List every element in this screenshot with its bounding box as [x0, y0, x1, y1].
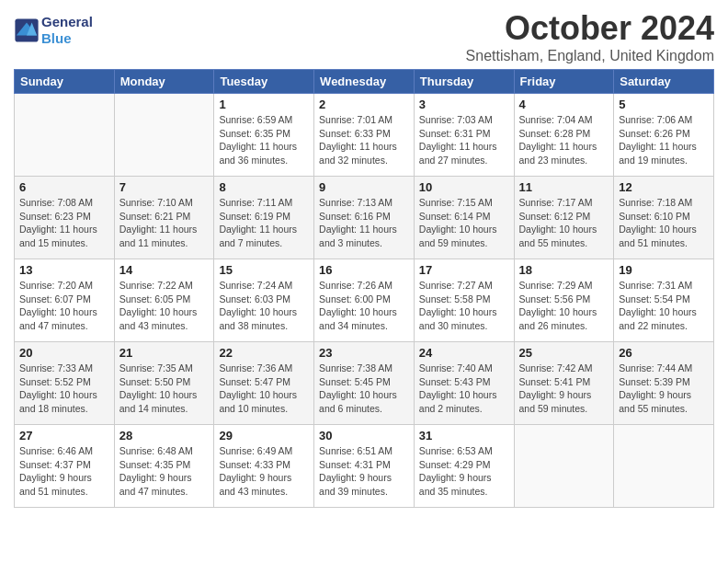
day-info: Sunrise: 7:31 AM Sunset: 5:54 PM Dayligh…	[619, 279, 709, 333]
calendar-week-row: 13Sunrise: 7:20 AM Sunset: 6:07 PM Dayli…	[15, 259, 714, 342]
day-info: Sunrise: 7:26 AM Sunset: 6:00 PM Dayligh…	[319, 279, 409, 333]
calendar-week-row: 6Sunrise: 7:08 AM Sunset: 6:23 PM Daylig…	[15, 177, 714, 259]
day-number: 2	[319, 98, 409, 111]
day-info: Sunrise: 6:46 AM Sunset: 4:37 PM Dayligh…	[19, 444, 109, 499]
table-cell: 23Sunrise: 7:38 AM Sunset: 5:45 PM Dayli…	[314, 342, 415, 425]
day-info: Sunrise: 7:03 AM Sunset: 6:31 PM Dayligh…	[419, 113, 509, 167]
calendar-week-row: 27Sunrise: 6:46 AM Sunset: 4:37 PM Dayli…	[15, 425, 714, 508]
table-cell	[514, 425, 614, 508]
table-cell: 17Sunrise: 7:27 AM Sunset: 5:58 PM Dayli…	[414, 259, 514, 342]
day-info: Sunrise: 7:35 AM Sunset: 5:50 PM Dayligh…	[119, 362, 210, 416]
day-info: Sunrise: 7:33 AM Sunset: 5:52 PM Dayligh…	[19, 362, 109, 416]
day-info: Sunrise: 7:08 AM Sunset: 6:23 PM Dayligh…	[19, 196, 109, 250]
day-number: 12	[619, 180, 709, 194]
day-info: Sunrise: 7:15 AM Sunset: 6:14 PM Dayligh…	[419, 196, 509, 250]
day-info: Sunrise: 7:11 AM Sunset: 6:19 PM Dayligh…	[219, 196, 309, 250]
day-number: 23	[319, 346, 409, 360]
day-number: 20	[19, 346, 109, 360]
page: General Blue October 2024 Snettisham, En…	[0, 0, 728, 563]
day-info: Sunrise: 6:48 AM Sunset: 4:35 PM Dayligh…	[119, 444, 210, 499]
table-cell: 13Sunrise: 7:20 AM Sunset: 6:07 PM Dayli…	[15, 259, 115, 342]
day-number: 29	[219, 429, 309, 442]
col-wednesday: Wednesday	[314, 70, 415, 94]
table-cell: 6Sunrise: 7:08 AM Sunset: 6:23 PM Daylig…	[15, 177, 115, 259]
table-cell: 15Sunrise: 7:24 AM Sunset: 6:03 PM Dayli…	[214, 259, 314, 342]
col-monday: Monday	[114, 70, 214, 94]
table-cell: 14Sunrise: 7:22 AM Sunset: 6:05 PM Dayli…	[114, 259, 214, 342]
day-info: Sunrise: 6:49 AM Sunset: 4:33 PM Dayligh…	[219, 444, 309, 499]
day-number: 10	[419, 180, 509, 194]
table-cell: 29Sunrise: 6:49 AM Sunset: 4:33 PM Dayli…	[214, 425, 314, 508]
logo-text: General Blue	[41, 14, 93, 47]
day-info: Sunrise: 7:17 AM Sunset: 6:12 PM Dayligh…	[519, 196, 609, 250]
table-cell: 16Sunrise: 7:26 AM Sunset: 6:00 PM Dayli…	[314, 259, 415, 342]
day-number: 9	[319, 180, 409, 194]
day-number: 4	[519, 98, 609, 111]
day-info: Sunrise: 7:01 AM Sunset: 6:33 PM Dayligh…	[319, 113, 409, 167]
calendar-week-row: 1Sunrise: 6:59 AM Sunset: 6:35 PM Daylig…	[15, 94, 714, 177]
day-number: 17	[419, 263, 509, 277]
day-number: 25	[519, 346, 609, 360]
col-thursday: Thursday	[414, 70, 514, 94]
table-cell: 2Sunrise: 7:01 AM Sunset: 6:33 PM Daylig…	[314, 94, 415, 177]
header-row: Sunday Monday Tuesday Wednesday Thursday…	[15, 70, 714, 94]
col-sunday: Sunday	[15, 70, 115, 94]
day-info: Sunrise: 7:18 AM Sunset: 6:10 PM Dayligh…	[619, 196, 709, 250]
day-number: 16	[319, 263, 409, 277]
day-info: Sunrise: 7:40 AM Sunset: 5:43 PM Dayligh…	[419, 362, 509, 416]
day-number: 26	[619, 346, 709, 360]
table-cell: 19Sunrise: 7:31 AM Sunset: 5:54 PM Dayli…	[614, 259, 714, 342]
month-title: October 2024	[466, 9, 714, 48]
day-info: Sunrise: 6:59 AM Sunset: 6:35 PM Dayligh…	[219, 113, 309, 167]
day-info: Sunrise: 7:20 AM Sunset: 6:07 PM Dayligh…	[19, 279, 109, 333]
day-number: 7	[119, 180, 210, 194]
table-cell: 30Sunrise: 6:51 AM Sunset: 4:31 PM Dayli…	[314, 425, 415, 508]
day-number: 31	[419, 429, 509, 442]
day-info: Sunrise: 7:27 AM Sunset: 5:58 PM Dayligh…	[419, 279, 509, 333]
table-cell: 5Sunrise: 7:06 AM Sunset: 6:26 PM Daylig…	[614, 94, 714, 177]
table-cell: 24Sunrise: 7:40 AM Sunset: 5:43 PM Dayli…	[414, 342, 514, 425]
day-number: 15	[219, 263, 309, 277]
table-cell: 25Sunrise: 7:42 AM Sunset: 5:41 PM Dayli…	[514, 342, 614, 425]
title-block: October 2024 Snettisham, England, United…	[466, 9, 714, 64]
header: General Blue October 2024 Snettisham, En…	[14, 9, 714, 64]
location: Snettisham, England, United Kingdom	[466, 48, 714, 64]
logo-icon	[14, 17, 40, 43]
table-cell: 12Sunrise: 7:18 AM Sunset: 6:10 PM Dayli…	[614, 177, 714, 259]
day-info: Sunrise: 6:51 AM Sunset: 4:31 PM Dayligh…	[319, 444, 409, 499]
day-number: 8	[219, 180, 309, 194]
table-cell: 27Sunrise: 6:46 AM Sunset: 4:37 PM Dayli…	[15, 425, 115, 508]
day-number: 24	[419, 346, 509, 360]
table-cell: 4Sunrise: 7:04 AM Sunset: 6:28 PM Daylig…	[514, 94, 614, 177]
day-number: 18	[519, 263, 609, 277]
day-info: Sunrise: 7:24 AM Sunset: 6:03 PM Dayligh…	[219, 279, 309, 333]
table-cell: 1Sunrise: 6:59 AM Sunset: 6:35 PM Daylig…	[214, 94, 314, 177]
day-number: 11	[519, 180, 609, 194]
table-cell: 9Sunrise: 7:13 AM Sunset: 6:16 PM Daylig…	[314, 177, 415, 259]
calendar-table: Sunday Monday Tuesday Wednesday Thursday…	[14, 69, 714, 508]
logo: General Blue	[14, 14, 93, 47]
day-info: Sunrise: 7:38 AM Sunset: 5:45 PM Dayligh…	[319, 362, 409, 416]
table-cell	[15, 94, 115, 177]
day-info: Sunrise: 7:13 AM Sunset: 6:16 PM Dayligh…	[319, 196, 409, 250]
table-cell: 10Sunrise: 7:15 AM Sunset: 6:14 PM Dayli…	[414, 177, 514, 259]
table-cell: 26Sunrise: 7:44 AM Sunset: 5:39 PM Dayli…	[614, 342, 714, 425]
day-info: Sunrise: 7:44 AM Sunset: 5:39 PM Dayligh…	[619, 362, 709, 416]
col-friday: Friday	[514, 70, 614, 94]
day-info: Sunrise: 7:22 AM Sunset: 6:05 PM Dayligh…	[119, 279, 210, 333]
table-cell: 8Sunrise: 7:11 AM Sunset: 6:19 PM Daylig…	[214, 177, 314, 259]
day-number: 3	[419, 98, 509, 111]
table-cell: 22Sunrise: 7:36 AM Sunset: 5:47 PM Dayli…	[214, 342, 314, 425]
table-cell: 18Sunrise: 7:29 AM Sunset: 5:56 PM Dayli…	[514, 259, 614, 342]
day-number: 5	[619, 98, 709, 111]
day-number: 27	[19, 429, 109, 442]
day-info: Sunrise: 6:53 AM Sunset: 4:29 PM Dayligh…	[419, 444, 509, 499]
day-info: Sunrise: 7:10 AM Sunset: 6:21 PM Dayligh…	[119, 196, 210, 250]
day-number: 28	[119, 429, 210, 442]
table-cell: 20Sunrise: 7:33 AM Sunset: 5:52 PM Dayli…	[15, 342, 115, 425]
day-info: Sunrise: 7:36 AM Sunset: 5:47 PM Dayligh…	[219, 362, 309, 416]
table-cell: 28Sunrise: 6:48 AM Sunset: 4:35 PM Dayli…	[114, 425, 214, 508]
day-number: 13	[19, 263, 109, 277]
table-cell: 3Sunrise: 7:03 AM Sunset: 6:31 PM Daylig…	[414, 94, 514, 177]
table-cell: 31Sunrise: 6:53 AM Sunset: 4:29 PM Dayli…	[414, 425, 514, 508]
